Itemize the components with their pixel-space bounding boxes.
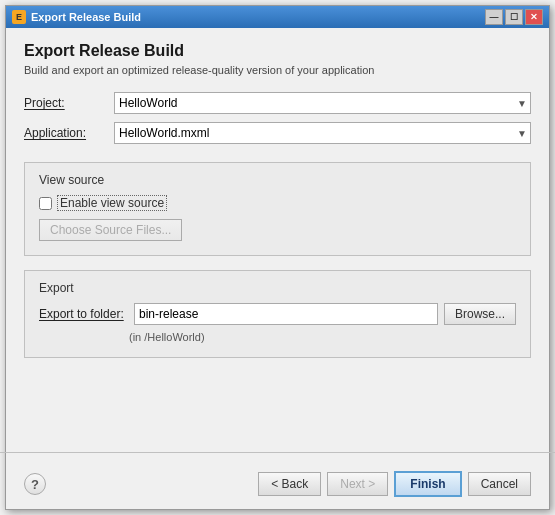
next-button[interactable]: Next >: [327, 472, 388, 496]
application-label: Application:: [24, 126, 114, 140]
project-select[interactable]: HelloWorld: [114, 92, 531, 114]
titlebar: E Export Release Build — ☐ ✕: [6, 6, 549, 28]
export-folder-label: Export to folder:: [39, 307, 134, 321]
enable-view-source-text: Enable view source: [57, 195, 167, 211]
application-select-wrapper: HelloWorld.mxml ▼: [114, 122, 531, 144]
page-title: Export Release Build: [24, 42, 531, 60]
window-icon: E: [12, 10, 26, 24]
finish-button[interactable]: Finish: [394, 471, 461, 497]
export-input-row: Browse...: [134, 303, 516, 325]
enable-view-source-checkbox[interactable]: [39, 197, 52, 210]
maximize-button[interactable]: ☐: [505, 9, 523, 25]
view-source-section: View source Enable view source Choose So…: [24, 162, 531, 256]
export-folder-input[interactable]: [134, 303, 438, 325]
page-subtitle: Build and export an optimized release-qu…: [24, 64, 531, 76]
close-button[interactable]: ✕: [525, 9, 543, 25]
help-button[interactable]: ?: [24, 473, 46, 495]
application-select[interactable]: HelloWorld.mxml: [114, 122, 531, 144]
main-window: E Export Release Build — ☐ ✕ Export Rele…: [5, 5, 550, 510]
window-title: Export Release Build: [31, 11, 485, 23]
footer: ? < Back Next > Finish Cancel: [6, 463, 549, 509]
project-row: Project: HelloWorld ▼: [24, 92, 531, 114]
minimize-button[interactable]: —: [485, 9, 503, 25]
application-row: Application: HelloWorld.mxml ▼: [24, 122, 531, 144]
back-button[interactable]: < Back: [258, 472, 321, 496]
export-label: Export: [39, 281, 516, 295]
browse-button[interactable]: Browse...: [444, 303, 516, 325]
enable-view-source-row: Enable view source: [39, 195, 516, 211]
project-label: Project:: [24, 96, 114, 110]
project-select-wrapper: HelloWorld ▼: [114, 92, 531, 114]
folder-hint: (in /HelloWorld): [129, 331, 516, 343]
export-section: Export Export to folder: Browse... (in /…: [24, 270, 531, 358]
view-source-label: View source: [39, 173, 516, 187]
export-folder-row: Export to folder: Browse...: [39, 303, 516, 325]
main-content: Export Release Build Build and export an…: [6, 28, 549, 452]
footer-divider: [0, 452, 555, 453]
window-controls: — ☐ ✕: [485, 9, 543, 25]
cancel-button[interactable]: Cancel: [468, 472, 531, 496]
choose-source-button[interactable]: Choose Source Files...: [39, 219, 182, 241]
